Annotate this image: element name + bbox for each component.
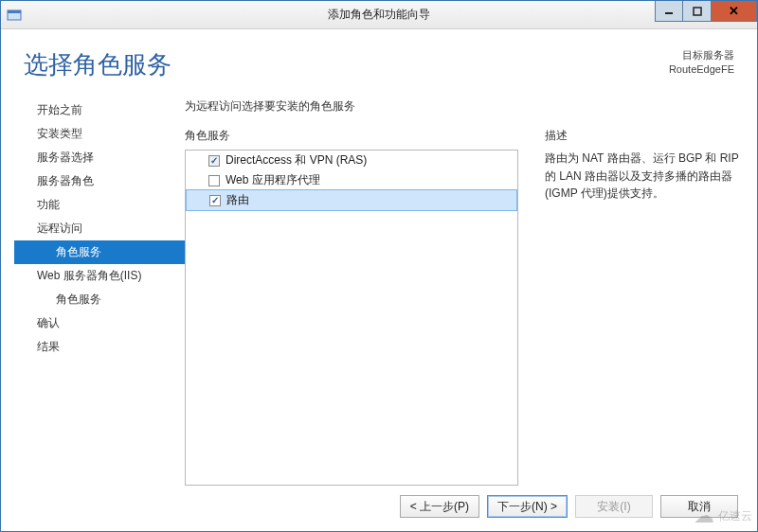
- page-title: 选择角色服务: [24, 48, 171, 81]
- role-service-row[interactable]: 路由: [186, 189, 517, 211]
- watermark: ☁ 亿速云: [694, 505, 752, 526]
- svg-rect-1: [8, 10, 21, 13]
- previous-button[interactable]: < 上一步(P): [400, 495, 479, 518]
- watermark-text: 亿速云: [718, 508, 752, 524]
- next-button[interactable]: 下一步(N) >: [487, 495, 568, 518]
- nav-item[interactable]: 角色服务: [14, 288, 185, 311]
- close-button[interactable]: ✕: [712, 1, 757, 22]
- checkbox-icon[interactable]: [209, 195, 221, 206]
- target-server-box: 目标服务器 RouteEdgeFE: [669, 48, 734, 77]
- minimize-button[interactable]: [655, 1, 683, 22]
- footer: < 上一步(P) 下一步(N) > 安装(I) 取消: [14, 486, 744, 522]
- nav-item[interactable]: 服务器角色: [14, 169, 185, 193]
- target-server-label: 目标服务器: [669, 48, 734, 62]
- nav-item[interactable]: 功能: [14, 193, 185, 217]
- content-area: 开始之前安装类型服务器选择服务器角色功能远程访问角色服务Web 服务器角色(II…: [14, 98, 744, 486]
- description-column: 描述 路由为 NAT 路由器、运行 BGP 和 RIP 的 LAN 路由器以及支…: [545, 128, 744, 486]
- description-text: 路由为 NAT 路由器、运行 BGP 和 RIP 的 LAN 路由器以及支持多播…: [545, 150, 744, 203]
- description-title: 描述: [545, 128, 744, 144]
- wizard-nav: 开始之前安装类型服务器选择服务器角色功能远程访问角色服务Web 服务器角色(II…: [14, 98, 185, 486]
- app-icon: [7, 8, 22, 23]
- services-title: 角色服务: [185, 128, 518, 144]
- maximize-button[interactable]: [683, 1, 712, 22]
- nav-item[interactable]: Web 服务器角色(IIS): [14, 264, 185, 288]
- services-column: 角色服务 DirectAccess 和 VPN (RAS)Web 应用程序代理路…: [185, 128, 518, 486]
- nav-item[interactable]: 安装类型: [14, 122, 185, 146]
- role-service-label: DirectAccess 和 VPN (RAS): [226, 152, 367, 168]
- instruction-text: 为远程访问选择要安装的角色服务: [185, 98, 744, 115]
- columns: 角色服务 DirectAccess 和 VPN (RAS)Web 应用程序代理路…: [185, 128, 744, 486]
- cloud-icon: ☁: [694, 505, 714, 526]
- role-service-label: 路由: [226, 192, 249, 208]
- role-service-label: Web 应用程序代理: [226, 172, 320, 188]
- nav-item[interactable]: 开始之前: [14, 98, 185, 122]
- nav-item[interactable]: 结果: [14, 335, 185, 359]
- wizard-body: 选择角色服务 目标服务器 RouteEdgeFE 开始之前安装类型服务器选择服务…: [1, 29, 757, 531]
- window-title: 添加角色和功能向导: [1, 7, 757, 23]
- target-server-name: RouteEdgeFE: [669, 62, 734, 77]
- titlebar: 添加角色和功能向导 ✕: [1, 1, 757, 29]
- header-row: 选择角色服务 目标服务器 RouteEdgeFE: [14, 29, 744, 98]
- role-service-row[interactable]: Web 应用程序代理: [186, 170, 517, 190]
- nav-item[interactable]: 确认: [14, 311, 185, 335]
- role-service-row[interactable]: DirectAccess 和 VPN (RAS): [186, 151, 517, 170]
- main-panel: 为远程访问选择要安装的角色服务 角色服务 DirectAccess 和 VPN …: [185, 98, 744, 486]
- install-button: 安装(I): [575, 495, 653, 518]
- svg-rect-3: [694, 8, 701, 15]
- nav-item[interactable]: 远程访问: [14, 217, 185, 240]
- role-services-list[interactable]: DirectAccess 和 VPN (RAS)Web 应用程序代理路由: [185, 150, 518, 486]
- nav-item[interactable]: 角色服务: [14, 240, 185, 264]
- checkbox-icon[interactable]: [208, 175, 220, 186]
- checkbox-icon: [208, 155, 220, 167]
- nav-item[interactable]: 服务器选择: [14, 146, 185, 169]
- wizard-window: 添加角色和功能向导 ✕ 选择角色服务 目标服务器 RouteEdgeFE 开始之…: [0, 0, 758, 532]
- window-controls: ✕: [655, 1, 757, 22]
